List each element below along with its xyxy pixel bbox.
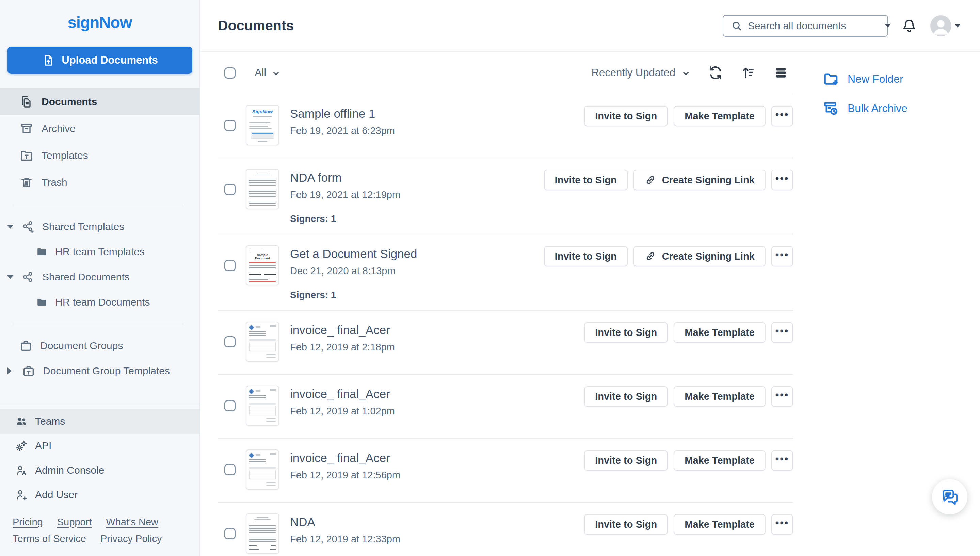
sidebar-item-api[interactable]: API: [0, 433, 199, 458]
document-thumbnail[interactable]: SignNow: [246, 105, 279, 145]
sidebar-item-document-groups[interactable]: Document Groups: [0, 333, 199, 358]
app: signNow Upload Documents Documents: [0, 0, 980, 556]
checkbox-cell: [224, 245, 236, 286]
search-input[interactable]: [748, 20, 879, 32]
invite-to-sign-button[interactable]: Invite to Sign: [544, 246, 628, 267]
document-date: Feb 12, 2019 at 2:18pm: [290, 341, 395, 353]
notifications-bell-button[interactable]: [901, 18, 917, 34]
chevron-right-icon: [8, 367, 11, 374]
invite-to-sign-button[interactable]: Invite to Sign: [544, 170, 628, 190]
invite-to-sign-button[interactable]: Invite to Sign: [584, 514, 668, 535]
make-template-button[interactable]: Make Template: [674, 322, 765, 343]
row-checkbox[interactable]: [224, 184, 236, 195]
document-list-column: All Recently Updated: [218, 52, 793, 556]
row-actions: Invite to Sign Create Signing Link•••: [544, 246, 793, 267]
filter-dropdown[interactable]: All: [255, 67, 280, 79]
document-thumbnail[interactable]: [246, 514, 279, 554]
more-actions-button[interactable]: •••: [771, 514, 793, 535]
pricing-link[interactable]: Pricing: [13, 517, 43, 528]
document-thumbnail[interactable]: [246, 169, 279, 209]
privacy-policy-link[interactable]: Privacy Policy: [100, 533, 162, 545]
upload-documents-button[interactable]: Upload Documents: [8, 47, 192, 74]
new-folder-button[interactable]: New Folder: [823, 71, 903, 87]
document-title[interactable]: NDA: [290, 515, 315, 529]
more-actions-button[interactable]: •••: [771, 246, 793, 267]
link-icon: [644, 174, 657, 186]
sidebar-item-shared-documents[interactable]: Shared Documents: [0, 264, 199, 289]
sidebar-item-admin-console[interactable]: Admin Console: [0, 458, 199, 483]
avatar: [930, 15, 951, 36]
sidebar-item-archive[interactable]: Archive: [0, 115, 199, 142]
row-checkbox[interactable]: [224, 260, 236, 271]
document-thumbnail[interactable]: [246, 386, 279, 426]
document-thumbnail[interactable]: [246, 322, 279, 362]
sidebar-item-add-user[interactable]: Add User: [0, 483, 199, 507]
document-thumbnail[interactable]: [246, 449, 279, 490]
sidebar-divider: [12, 205, 183, 205]
sidebar-item-document-group-templates[interactable]: Document Group Templates: [0, 358, 199, 383]
trash-icon: [20, 176, 33, 189]
more-actions-button[interactable]: •••: [771, 106, 793, 126]
make-template-button[interactable]: Make Template: [674, 514, 765, 535]
search-dropdown-caret-icon[interactable]: [885, 24, 891, 27]
more-actions-button[interactable]: •••: [771, 170, 793, 190]
document-info: invoice_ final_Acer Feb 12, 2019 at 12:5…: [290, 449, 400, 481]
document-list: SignNow Sample offline 1 Feb 19, 2021 at…: [218, 94, 793, 556]
sidebar-item-shared-templates[interactable]: Shared Templates: [0, 214, 199, 239]
thumb-graphic: [246, 450, 278, 489]
documents-icon: [20, 95, 33, 108]
more-actions-button[interactable]: •••: [771, 386, 793, 407]
sidebar-item-documents[interactable]: Documents: [0, 88, 199, 115]
whats-new-link[interactable]: What's New: [106, 517, 158, 528]
row-checkbox[interactable]: [224, 400, 236, 411]
create-signing-link-button[interactable]: Create Signing Link: [634, 170, 765, 190]
document-title[interactable]: invoice_ final_Acer: [290, 451, 390, 465]
sidebar-item-hr-team-templates[interactable]: HR team Templates: [0, 239, 199, 264]
terms-of-service-link[interactable]: Terms of Service: [13, 533, 86, 545]
search-box[interactable]: [723, 15, 888, 37]
user-menu-button[interactable]: [930, 15, 960, 36]
row-checkbox[interactable]: [224, 120, 236, 131]
document-info: NDA Feb 12, 2019 at 12:33pm: [290, 514, 400, 545]
invite-to-sign-button[interactable]: Invite to Sign: [584, 322, 668, 343]
folder-icon: [36, 296, 48, 308]
more-actions-button[interactable]: •••: [771, 322, 793, 343]
sidebar-item-templates[interactable]: Templates: [0, 142, 199, 169]
checkbox-cell: [224, 449, 236, 490]
make-template-button[interactable]: Make Template: [674, 386, 765, 407]
archive-icon: [20, 122, 33, 136]
document-title[interactable]: NDA form: [290, 170, 342, 185]
document-title[interactable]: Sample offline 1: [290, 107, 375, 121]
sort-order-button[interactable]: [741, 65, 756, 80]
thumb-graphic: [246, 170, 278, 208]
invite-to-sign-button[interactable]: Invite to Sign: [584, 386, 668, 407]
invite-to-sign-button[interactable]: Invite to Sign: [584, 450, 668, 470]
chat-support-button[interactable]: [932, 479, 967, 514]
list-view-button[interactable]: [773, 65, 788, 80]
sidebar-item-trash[interactable]: Trash: [0, 169, 199, 196]
refresh-button[interactable]: [708, 65, 723, 80]
document-title[interactable]: invoice_ final_Acer: [290, 323, 390, 337]
document-title[interactable]: Get a Document Signed: [290, 247, 417, 261]
more-actions-button[interactable]: •••: [771, 450, 793, 470]
document-row: invoice_ final_Acer Feb 12, 2019 at 1:02…: [218, 375, 793, 439]
make-template-button[interactable]: Make Template: [674, 106, 765, 126]
bulk-archive-button[interactable]: Bulk Archive: [823, 100, 907, 116]
sidebar-item-teams[interactable]: Teams: [0, 409, 199, 433]
create-signing-link-button[interactable]: Create Signing Link: [634, 246, 765, 267]
make-template-button[interactable]: Make Template: [674, 450, 765, 470]
row-checkbox[interactable]: [224, 336, 236, 348]
sort-by-dropdown[interactable]: Recently Updated: [592, 67, 691, 79]
search-icon: [731, 20, 742, 32]
document-thumbnail[interactable]: Sample Document: [246, 245, 279, 286]
row-actions: Invite to SignMake Template•••: [584, 106, 793, 126]
button-label: Create Signing Link: [662, 251, 755, 262]
select-all-checkbox[interactable]: [224, 67, 236, 79]
row-checkbox[interactable]: [224, 528, 236, 539]
sidebar-item-label: API: [35, 440, 52, 451]
document-title[interactable]: invoice_ final_Acer: [290, 387, 390, 401]
invite-to-sign-button[interactable]: Invite to Sign: [584, 106, 668, 126]
sidebar-item-hr-team-documents[interactable]: HR team Documents: [0, 289, 199, 315]
row-checkbox[interactable]: [224, 464, 236, 475]
support-link[interactable]: Support: [57, 517, 92, 528]
